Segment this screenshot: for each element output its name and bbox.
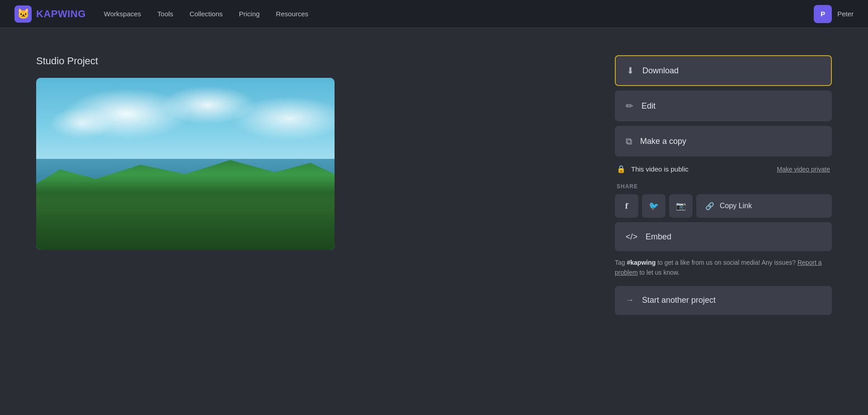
make-copy-label: Make a copy — [640, 137, 686, 146]
make-copy-button[interactable]: ⧉ Make a copy — [615, 126, 832, 157]
left-panel: Studio Project — [36, 55, 579, 315]
logo-icon: 🐱 — [14, 5, 32, 23]
tag-text: Tag #kapwing to get a like from us on so… — [615, 256, 832, 280]
tag-middle: to get a like from us on social media! A… — [656, 259, 796, 266]
lock-icon: 🔒 — [617, 165, 626, 173]
main-nav: Workspaces Tools Collections Pricing Res… — [104, 10, 814, 18]
video-scene — [36, 78, 335, 250]
nav-item-tools[interactable]: Tools — [157, 10, 173, 18]
instagram-icon: 📷 — [676, 201, 686, 211]
embed-button[interactable]: </> Embed — [615, 222, 832, 251]
copy-link-button[interactable]: 🔗 Copy Link — [696, 194, 832, 218]
privacy-row: 🔒 This video is public Make video privat… — [615, 161, 832, 177]
download-icon: ⬇ — [627, 65, 634, 76]
page-title: Studio Project — [36, 55, 579, 67]
right-panel: ⬇ Download ✏ Edit ⧉ Make a copy 🔒 This v… — [615, 55, 832, 315]
twitter-icon: 🐦 — [649, 201, 659, 211]
copy-link-label: Copy Link — [720, 202, 752, 210]
logo-text: KAPWING — [36, 8, 86, 20]
nav-item-workspaces[interactable]: Workspaces — [104, 10, 141, 18]
header: 🐱 KAPWING Workspaces Tools Collections P… — [0, 0, 868, 28]
facebook-icon: 𝐟 — [625, 201, 628, 211]
start-project-button[interactable]: → Start another project — [615, 286, 832, 315]
nav-item-collections[interactable]: Collections — [189, 10, 222, 18]
instagram-button[interactable]: 📷 — [669, 194, 693, 218]
link-icon: 🔗 — [705, 202, 714, 210]
make-private-link[interactable]: Make video private — [777, 166, 830, 173]
start-project-label: Start another project — [642, 296, 716, 305]
username-label: Peter — [837, 10, 854, 18]
share-row: 𝐟 🐦 📷 🔗 Copy Link — [615, 194, 832, 218]
download-button[interactable]: ⬇ Download — [615, 55, 832, 86]
tag-prefix: Tag — [615, 259, 627, 266]
copy-icon: ⧉ — [626, 136, 632, 147]
arrow-right-icon: → — [626, 296, 634, 305]
privacy-text: This video is public — [631, 165, 689, 173]
edit-label: Edit — [642, 101, 656, 111]
logo-emoji: 🐱 — [17, 8, 29, 20]
nav-item-pricing[interactable]: Pricing — [239, 10, 260, 18]
tag-hashtag: #kapwing — [627, 259, 656, 266]
avatar[interactable]: P — [814, 5, 832, 23]
main-content: Studio Project ⬇ Download ✏ Edit ⧉ Make … — [0, 28, 868, 342]
edit-button[interactable]: ✏ Edit — [615, 91, 832, 121]
embed-icon: </> — [626, 232, 637, 242]
nav-item-resources[interactable]: Resources — [276, 10, 308, 18]
facebook-button[interactable]: 𝐟 — [615, 194, 638, 218]
header-right: P Peter — [814, 5, 854, 23]
embed-label: Embed — [646, 232, 671, 242]
twitter-button[interactable]: 🐦 — [642, 194, 665, 218]
trees-layer — [36, 181, 335, 250]
edit-icon: ✏ — [626, 100, 633, 111]
share-heading: SHARE — [615, 181, 832, 190]
download-label: Download — [642, 66, 679, 76]
tag-suffix: to let us know. — [638, 269, 680, 276]
logo-area[interactable]: 🐱 KAPWING — [14, 5, 86, 23]
video-thumbnail — [36, 78, 335, 250]
